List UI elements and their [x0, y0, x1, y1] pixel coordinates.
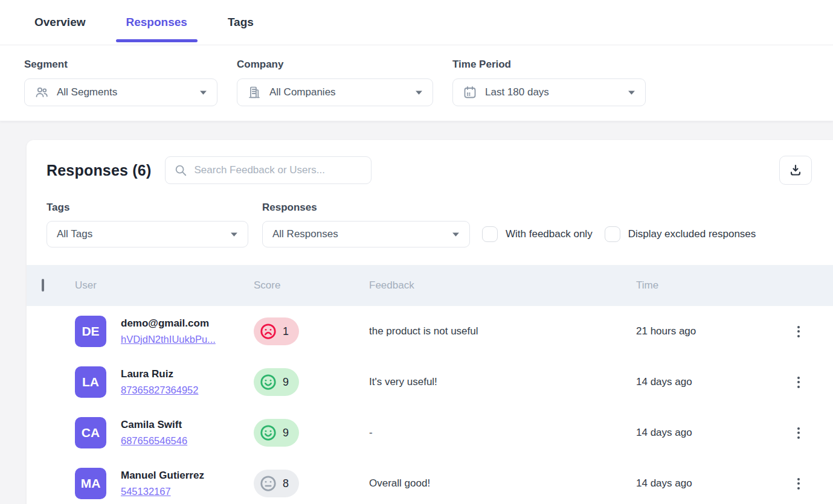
company-filter-group: Company All Companies — [237, 59, 433, 106]
building-icon — [247, 85, 262, 100]
responses-value: All Responses — [272, 228, 444, 240]
download-button[interactable] — [779, 156, 812, 185]
excluded-checkbox-group: Display excluded responses — [605, 226, 756, 242]
segment-dropdown[interactable]: All Segments — [24, 78, 217, 106]
tab-responses-label: Responses — [126, 16, 187, 29]
score-badge: 9 — [254, 368, 299, 396]
avatar: MA — [75, 468, 106, 499]
score-value: 9 — [283, 376, 289, 389]
tab-overview-label: Overview — [34, 16, 86, 29]
download-icon — [788, 163, 803, 177]
table-row: MA Manuel Gutierrez 545132167 8 Overall … — [27, 458, 833, 504]
responses-label: Responses — [262, 202, 470, 214]
chevron-down-icon — [415, 90, 423, 95]
tags-value: All Tags — [57, 228, 222, 240]
panel-filters: Tags All Tags Responses All Responses Wi… — [27, 185, 833, 247]
avatar: LA — [75, 366, 106, 398]
panel-header: Responses (6) — [27, 140, 833, 185]
tags-filter-group: Tags All Tags — [47, 202, 248, 247]
row-menu-button[interactable] — [790, 319, 807, 343]
chevron-down-icon — [452, 232, 460, 237]
row-menu-button[interactable] — [790, 370, 807, 394]
user-name: Manuel Gutierrez — [121, 470, 204, 482]
sad-face-icon — [259, 322, 277, 340]
time-period-label: Time Period — [452, 59, 646, 71]
time-period-filter-group: Time Period Last 180 days — [452, 59, 646, 106]
time-text: 14 days ago — [636, 477, 785, 490]
row-menu-button[interactable] — [790, 471, 807, 496]
company-label: Company — [237, 59, 433, 71]
panel-title: Responses (6) — [47, 162, 152, 179]
score-value: 8 — [283, 477, 289, 490]
avatar: CA — [75, 417, 106, 448]
time-text: 14 days ago — [636, 427, 785, 439]
tab-overview[interactable]: Overview — [24, 0, 96, 45]
column-header-time: Time — [636, 279, 785, 292]
segment-label: Segment — [24, 59, 217, 71]
user-id-link[interactable]: hVDjdN2thIUukbPu... — [121, 334, 216, 345]
responses-filter-group: Responses All Responses — [262, 202, 470, 247]
column-header-score: Score — [254, 279, 369, 292]
table-row: CA Camila Swift 687656546546 9 - 14 days… — [27, 407, 833, 458]
feedback-text: Overall good! — [369, 477, 636, 490]
with-feedback-label: With feedback only — [506, 228, 593, 240]
score-badge: 1 — [254, 317, 299, 345]
display-excluded-checkbox[interactable] — [605, 226, 620, 242]
active-tab-underline — [116, 39, 198, 42]
score-value: 9 — [283, 427, 289, 439]
score-value: 1 — [283, 325, 289, 338]
chevron-down-icon — [230, 232, 238, 237]
user-name: Laura Ruiz — [121, 368, 198, 380]
user-id-link[interactable]: 545132167 — [121, 486, 171, 497]
neutral-face-icon — [259, 474, 277, 493]
company-value: All Companies — [269, 86, 407, 98]
time-period-dropdown[interactable]: Last 180 days — [452, 78, 646, 106]
responses-table: User Score Feedback Time DE demo@gmail.c… — [27, 265, 833, 504]
search-icon — [174, 164, 187, 177]
search-input[interactable] — [195, 164, 362, 176]
global-filters: Segment All Segments Company — [0, 45, 833, 121]
search-box — [165, 156, 371, 184]
users-icon — [34, 85, 49, 100]
tab-tags[interactable]: Tags — [217, 0, 264, 45]
chevron-down-icon — [199, 90, 207, 95]
score-badge: 8 — [254, 470, 299, 497]
segment-filter-group: Segment All Segments — [24, 59, 217, 106]
feedback-text: - — [369, 427, 636, 439]
chevron-down-icon — [628, 90, 635, 95]
feedback-text: the product is not useful — [369, 325, 636, 337]
calendar-icon — [463, 85, 477, 100]
tags-dropdown[interactable]: All Tags — [47, 221, 248, 247]
feedback-text: It's very useful! — [369, 376, 636, 388]
display-excluded-label: Display excluded responses — [628, 228, 756, 240]
time-period-value: Last 180 days — [485, 86, 620, 98]
with-feedback-checkbox-group: With feedback only — [482, 226, 593, 242]
segment-value: All Segments — [57, 86, 191, 98]
happy-face-icon — [259, 424, 277, 442]
column-header-user: User — [75, 279, 254, 292]
time-text: 21 hours ago — [636, 325, 785, 337]
table-header: User Score Feedback Time — [27, 265, 833, 306]
tabs-bar: Overview Responses Tags — [0, 0, 833, 45]
responses-panel: Responses (6) Tags All Tags — [27, 140, 833, 504]
user-id-link[interactable]: 87365827364952 — [121, 384, 198, 395]
tags-label: Tags — [47, 202, 248, 214]
time-text: 14 days ago — [636, 376, 785, 388]
column-header-feedback: Feedback — [369, 279, 636, 292]
with-feedback-checkbox[interactable] — [482, 226, 498, 242]
avatar: DE — [75, 316, 106, 347]
score-badge: 9 — [254, 419, 299, 447]
table-row: LA Laura Ruiz 87365827364952 9 It's very… — [27, 357, 833, 407]
user-name: Camila Swift — [121, 419, 187, 431]
table-row: DE demo@gmail.com hVDjdN2thIUukbPu... 1 … — [27, 306, 833, 357]
user-name: demo@gmail.com — [121, 317, 216, 330]
select-all-checkbox[interactable] — [42, 279, 44, 292]
company-dropdown[interactable]: All Companies — [237, 78, 433, 106]
responses-dropdown[interactable]: All Responses — [262, 221, 470, 247]
user-id-link[interactable]: 687656546546 — [121, 435, 187, 446]
tabs-nav: Overview Responses Tags — [24, 0, 264, 45]
tab-tags-label: Tags — [228, 16, 254, 29]
happy-face-icon — [259, 373, 277, 391]
tab-responses[interactable]: Responses — [116, 0, 198, 45]
row-menu-button[interactable] — [790, 421, 807, 445]
